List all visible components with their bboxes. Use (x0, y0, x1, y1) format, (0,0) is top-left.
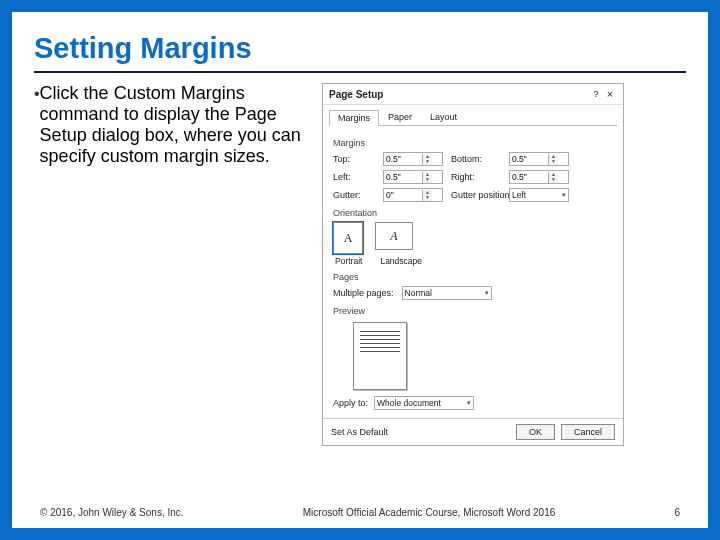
section-preview: Preview (333, 306, 613, 316)
dialog-container: Page Setup ? × Margins Paper Layout Marg… (322, 83, 686, 446)
tab-layout[interactable]: Layout (421, 109, 466, 125)
input-right[interactable]: ▲▼ (509, 170, 569, 184)
portrait-icon: A (344, 231, 353, 246)
label-bottom: Bottom: (451, 154, 501, 164)
apply-row: Apply to: Whole document (333, 396, 613, 410)
bullet-text: Click the Custom Margins command to disp… (40, 83, 304, 167)
page-number: 6 (674, 507, 680, 518)
preview-thumbnail (353, 322, 407, 390)
landscape-label: Landscape (380, 256, 422, 266)
input-gutter[interactable]: ▲▼ (383, 188, 443, 202)
dialog-tabs: Margins Paper Layout (323, 105, 623, 125)
select-apply-to[interactable]: Whole document (374, 396, 474, 410)
section-margins: Margins (333, 138, 613, 148)
slide-inner: Setting Margins • Click the Custom Margi… (12, 12, 708, 528)
pages-row: Multiple pages: Normal (333, 286, 613, 300)
copyright-text: © 2016, John Wiley & Sons, Inc. (40, 507, 184, 518)
label-gutter: Gutter: (333, 190, 375, 200)
input-bottom[interactable]: ▲▼ (509, 152, 569, 166)
label-multiple-pages: Multiple pages: (333, 288, 394, 298)
portrait-label: Portrait (335, 256, 362, 266)
landscape-icon: A (390, 229, 397, 244)
select-multiple-pages[interactable]: Normal (402, 286, 492, 300)
title-rule (34, 71, 686, 73)
tab-paper[interactable]: Paper (379, 109, 421, 125)
orientation-landscape[interactable]: A (375, 222, 413, 250)
orientation-options: A A (333, 222, 613, 254)
select-gutter-position[interactable]: Left (509, 188, 569, 202)
section-orientation: Orientation (333, 208, 613, 218)
tab-margins[interactable]: Margins (329, 110, 379, 126)
course-text: Microsoft Official Academic Course, Micr… (184, 507, 675, 518)
margins-grid: Top: ▲▼ Bottom: ▲▼ Left: ▲▼ Right: ▲▼ Gu… (333, 152, 613, 202)
label-gutter-position: Gutter position: (451, 190, 501, 200)
dialog-body: Margins Top: ▲▼ Bottom: ▲▼ Left: ▲▼ Righ… (323, 126, 623, 418)
input-left[interactable]: ▲▼ (383, 170, 443, 184)
dialog-title: Page Setup (329, 89, 589, 100)
orientation-labels: Portrait Landscape (333, 256, 613, 266)
page-setup-dialog: Page Setup ? × Margins Paper Layout Marg… (322, 83, 624, 446)
label-left: Left: (333, 172, 375, 182)
label-right: Right: (451, 172, 501, 182)
close-button[interactable]: × (603, 88, 617, 100)
slide-footer: © 2016, John Wiley & Sons, Inc. Microsof… (40, 507, 680, 518)
slide-frame: Setting Margins • Click the Custom Margi… (0, 0, 720, 540)
orientation-portrait[interactable]: A (333, 222, 363, 254)
bullet-list: • Click the Custom Margins command to di… (34, 83, 304, 446)
input-top[interactable]: ▲▼ (383, 152, 443, 166)
dialog-titlebar: Page Setup ? × (323, 84, 623, 105)
section-pages: Pages (333, 272, 613, 282)
label-top: Top: (333, 154, 375, 164)
bullet-item: • Click the Custom Margins command to di… (34, 83, 304, 167)
dialog-footer: Set As Default OK Cancel (323, 418, 623, 445)
help-button[interactable]: ? (589, 89, 603, 99)
label-apply-to: Apply to: (333, 398, 368, 408)
set-as-default-button[interactable]: Set As Default (331, 427, 388, 437)
ok-button[interactable]: OK (516, 424, 555, 440)
cancel-button[interactable]: Cancel (561, 424, 615, 440)
slide-title: Setting Margins (34, 32, 686, 65)
content-row: • Click the Custom Margins command to di… (34, 83, 686, 446)
